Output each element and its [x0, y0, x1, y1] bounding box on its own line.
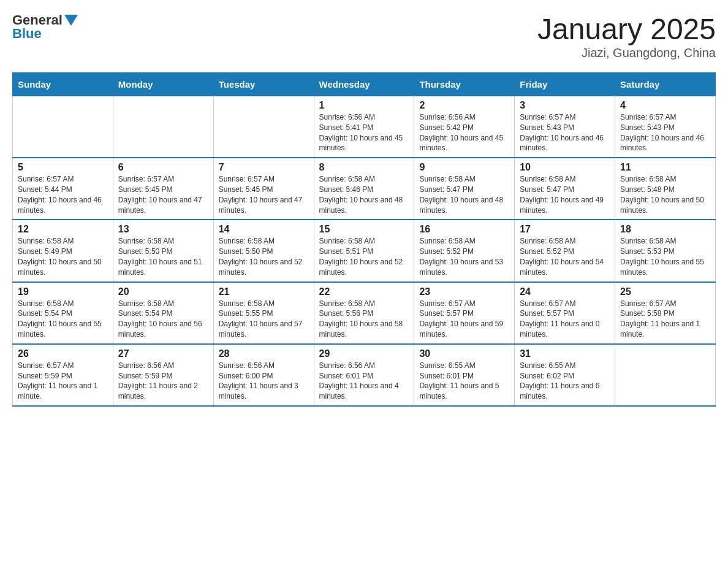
day-number: 17 [520, 224, 610, 235]
day-info: Sunrise: 6:57 AMSunset: 5:43 PMDaylight:… [520, 112, 610, 153]
day-cell: 9Sunrise: 6:58 AMSunset: 5:47 PMDaylight… [414, 158, 515, 220]
day-cell: 21Sunrise: 6:58 AMSunset: 5:55 PMDayligh… [213, 282, 314, 344]
day-number: 31 [520, 348, 610, 359]
week-row-5: 26Sunrise: 6:57 AMSunset: 5:59 PMDayligh… [13, 344, 716, 406]
day-info: Sunrise: 6:57 AMSunset: 5:43 PMDaylight:… [620, 112, 710, 153]
day-info: Sunrise: 6:58 AMSunset: 5:54 PMDaylight:… [118, 299, 208, 340]
day-info: Sunrise: 6:58 AMSunset: 5:52 PMDaylight:… [520, 236, 610, 277]
day-cell: 19Sunrise: 6:58 AMSunset: 5:54 PMDayligh… [13, 282, 113, 344]
day-info: Sunrise: 6:57 AMSunset: 5:58 PMDaylight:… [620, 299, 710, 340]
day-number: 9 [419, 162, 509, 173]
day-info: Sunrise: 6:58 AMSunset: 5:47 PMDaylight:… [419, 174, 509, 215]
page-header: General Blue January 2025 Jiazi, Guangdo… [12, 12, 716, 60]
day-cell [13, 96, 113, 158]
day-cell: 17Sunrise: 6:58 AMSunset: 5:52 PMDayligh… [515, 220, 615, 282]
day-cell [213, 96, 314, 158]
day-cell: 4Sunrise: 6:57 AMSunset: 5:43 PMDaylight… [615, 96, 716, 158]
day-info: Sunrise: 6:55 AMSunset: 6:02 PMDaylight:… [520, 361, 610, 402]
day-number: 8 [319, 162, 409, 173]
day-number: 1 [319, 100, 409, 111]
calendar-title: January 2025 [537, 12, 716, 46]
day-number: 21 [219, 286, 309, 297]
week-row-1: 1Sunrise: 6:56 AMSunset: 5:41 PMDaylight… [13, 96, 716, 158]
day-info: Sunrise: 6:57 AMSunset: 5:57 PMDaylight:… [419, 299, 509, 340]
day-header-tuesday: Tuesday [213, 73, 314, 96]
day-cell: 12Sunrise: 6:58 AMSunset: 5:49 PMDayligh… [13, 220, 113, 282]
day-number: 14 [219, 224, 309, 235]
day-header-friday: Friday [515, 73, 615, 96]
day-cell: 11Sunrise: 6:58 AMSunset: 5:48 PMDayligh… [615, 158, 716, 220]
day-cell: 8Sunrise: 6:58 AMSunset: 5:46 PMDaylight… [314, 158, 414, 220]
day-header-wednesday: Wednesday [314, 73, 414, 96]
day-cell: 23Sunrise: 6:57 AMSunset: 5:57 PMDayligh… [414, 282, 515, 344]
day-header-saturday: Saturday [615, 73, 716, 96]
week-row-4: 19Sunrise: 6:58 AMSunset: 5:54 PMDayligh… [13, 282, 716, 344]
day-cell: 16Sunrise: 6:58 AMSunset: 5:52 PMDayligh… [414, 220, 515, 282]
day-cell: 25Sunrise: 6:57 AMSunset: 5:58 PMDayligh… [615, 282, 716, 344]
day-info: Sunrise: 6:58 AMSunset: 5:51 PMDaylight:… [319, 236, 409, 277]
day-number: 7 [219, 162, 309, 173]
day-number: 12 [18, 224, 108, 235]
day-cell: 18Sunrise: 6:58 AMSunset: 5:53 PMDayligh… [615, 220, 716, 282]
day-cell: 27Sunrise: 6:56 AMSunset: 5:59 PMDayligh… [113, 344, 213, 406]
day-number: 10 [520, 162, 610, 173]
day-cell: 5Sunrise: 6:57 AMSunset: 5:44 PMDaylight… [13, 158, 113, 220]
day-number: 5 [18, 162, 108, 173]
day-number: 3 [520, 100, 610, 111]
day-header-thursday: Thursday [414, 73, 515, 96]
day-number: 2 [419, 100, 509, 111]
day-info: Sunrise: 6:58 AMSunset: 5:50 PMDaylight:… [219, 236, 309, 277]
day-info: Sunrise: 6:56 AMSunset: 6:01 PMDaylight:… [319, 361, 409, 402]
day-info: Sunrise: 6:57 AMSunset: 5:44 PMDaylight:… [18, 174, 108, 215]
day-number: 30 [419, 348, 509, 359]
day-number: 4 [620, 100, 710, 111]
day-info: Sunrise: 6:58 AMSunset: 5:52 PMDaylight:… [419, 236, 509, 277]
day-number: 26 [18, 348, 108, 359]
day-cell: 6Sunrise: 6:57 AMSunset: 5:45 PMDaylight… [113, 158, 213, 220]
day-info: Sunrise: 6:58 AMSunset: 5:46 PMDaylight:… [319, 174, 409, 215]
day-cell: 3Sunrise: 6:57 AMSunset: 5:43 PMDaylight… [515, 96, 615, 158]
day-cell: 2Sunrise: 6:56 AMSunset: 5:42 PMDaylight… [414, 96, 515, 158]
title-block: January 2025 Jiazi, Guangdong, China [537, 12, 716, 60]
day-header-monday: Monday [113, 73, 213, 96]
day-number: 15 [319, 224, 409, 235]
day-cell: 30Sunrise: 6:55 AMSunset: 6:01 PMDayligh… [414, 344, 515, 406]
day-info: Sunrise: 6:57 AMSunset: 5:45 PMDaylight:… [118, 174, 208, 215]
day-info: Sunrise: 6:57 AMSunset: 5:57 PMDaylight:… [520, 299, 610, 340]
logo: General Blue [12, 12, 78, 42]
day-cell: 29Sunrise: 6:56 AMSunset: 6:01 PMDayligh… [314, 344, 414, 406]
day-number: 18 [620, 224, 710, 235]
day-cell [113, 96, 213, 158]
day-info: Sunrise: 6:58 AMSunset: 5:55 PMDaylight:… [219, 299, 309, 340]
header-row: SundayMondayTuesdayWednesdayThursdayFrid… [13, 73, 716, 96]
day-cell: 24Sunrise: 6:57 AMSunset: 5:57 PMDayligh… [515, 282, 615, 344]
day-cell: 14Sunrise: 6:58 AMSunset: 5:50 PMDayligh… [213, 220, 314, 282]
day-cell: 31Sunrise: 6:55 AMSunset: 6:02 PMDayligh… [515, 344, 615, 406]
day-cell: 22Sunrise: 6:58 AMSunset: 5:56 PMDayligh… [314, 282, 414, 344]
day-number: 16 [419, 224, 509, 235]
day-info: Sunrise: 6:56 AMSunset: 6:00 PMDaylight:… [219, 361, 309, 402]
day-number: 28 [219, 348, 309, 359]
day-info: Sunrise: 6:57 AMSunset: 5:59 PMDaylight:… [18, 361, 108, 402]
day-info: Sunrise: 6:56 AMSunset: 5:41 PMDaylight:… [319, 112, 409, 153]
day-number: 19 [18, 286, 108, 297]
day-info: Sunrise: 6:56 AMSunset: 5:42 PMDaylight:… [419, 112, 509, 153]
day-info: Sunrise: 6:58 AMSunset: 5:47 PMDaylight:… [520, 174, 610, 215]
day-info: Sunrise: 6:55 AMSunset: 6:01 PMDaylight:… [419, 361, 509, 402]
day-number: 29 [319, 348, 409, 359]
day-number: 13 [118, 224, 208, 235]
calendar-subtitle: Jiazi, Guangdong, China [537, 46, 716, 60]
calendar-table: SundayMondayTuesdayWednesdayThursdayFrid… [12, 72, 716, 407]
day-info: Sunrise: 6:58 AMSunset: 5:49 PMDaylight:… [18, 236, 108, 277]
day-number: 24 [520, 286, 610, 297]
day-cell [615, 344, 716, 406]
week-row-2: 5Sunrise: 6:57 AMSunset: 5:44 PMDaylight… [13, 158, 716, 220]
day-cell: 26Sunrise: 6:57 AMSunset: 5:59 PMDayligh… [13, 344, 113, 406]
day-info: Sunrise: 6:58 AMSunset: 5:48 PMDaylight:… [620, 174, 710, 215]
week-row-3: 12Sunrise: 6:58 AMSunset: 5:49 PMDayligh… [13, 220, 716, 282]
day-info: Sunrise: 6:58 AMSunset: 5:50 PMDaylight:… [118, 236, 208, 277]
day-cell: 13Sunrise: 6:58 AMSunset: 5:50 PMDayligh… [113, 220, 213, 282]
day-number: 11 [620, 162, 710, 173]
day-info: Sunrise: 6:56 AMSunset: 5:59 PMDaylight:… [118, 361, 208, 402]
day-number: 23 [419, 286, 509, 297]
